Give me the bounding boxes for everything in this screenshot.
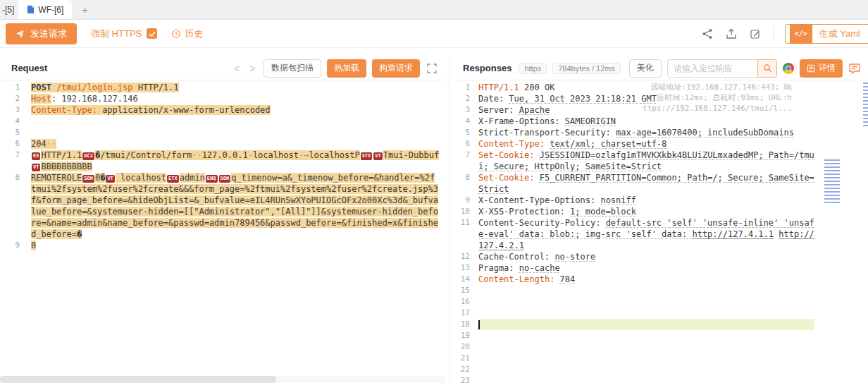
code-text <box>478 353 868 364</box>
code-text <box>478 375 868 383</box>
code-text <box>478 341 868 353</box>
code-segment <box>514 263 519 273</box>
scrollbar-thumb[interactable] <box>0 376 276 383</box>
code-line[interactable]: 17 <box>454 308 868 319</box>
code-line[interactable]: 16 <box>454 296 868 308</box>
search-input[interactable] <box>667 59 757 78</box>
code-line[interactable]: 2Host: 192.168.127.146 <box>0 93 445 104</box>
line-number: 8 <box>0 172 31 240</box>
code-line[interactable]: 20 <box>454 341 868 353</box>
code-text: Set-Cookie: JSESSIONID=ozlafg1mTMVKXkbk4… <box>478 150 868 172</box>
response-editor[interactable]: 远端地址:192.168.127.146:443; 响 应时间:12ms; 总耗… <box>454 80 868 383</box>
code-text: ESHTTP/1.1DC2�/tmui/Control/form··127.0.… <box>31 150 445 172</box>
detail-button[interactable]: 详情 <box>800 59 843 78</box>
force-https-toggle[interactable]: 强制 HTTPS <box>91 28 157 40</box>
code-segment: ·→ <box>299 150 309 160</box>
code-line[interactable]: 14Content-Length: 784 <box>454 274 868 285</box>
code-segment: SAMEORIGIN <box>565 116 616 126</box>
code-segment: HTTP/1.1 <box>478 83 519 92</box>
code-line[interactable]: 4X-Frame-Options: SAMEORIGIN <box>454 116 868 127</box>
code-segment: 784 <box>560 274 576 284</box>
request-header-controls: < > 数据包扫描 热加载 构造请求 <box>231 59 438 78</box>
code-line[interactable]: 1POST /tmui/login.jsp HTTP/1.1 <box>0 82 445 93</box>
code-segment: 192.168.127.146 <box>61 94 137 104</box>
code-line[interactable]: 6Content-Type: text/xml; charset=utf-8 <box>454 138 868 150</box>
history-button[interactable]: 历史 <box>171 28 203 40</box>
chrome-icon[interactable] <box>783 63 794 74</box>
code-line[interactable]: 10X-XSS-Protection: 1; mode=block <box>454 206 868 217</box>
code-line[interactable]: 21 <box>454 353 868 364</box>
export-icon[interactable] <box>725 28 738 40</box>
code-segment: max-age=16070400; includeSubDomains <box>616 128 794 138</box>
tab-active[interactable]: WF-[6] <box>18 0 72 19</box>
code-text: POST /tmui/login.jsp HTTP/1.1 <box>31 82 445 93</box>
search-icon[interactable] <box>757 59 777 78</box>
control-char-badge: VT <box>373 152 382 160</box>
code-line[interactable]: 3Server: Apache <box>454 104 868 116</box>
minimap-strip[interactable] <box>863 83 868 126</box>
chevron-right-icon[interactable]: > <box>247 63 258 73</box>
size-time-badge: 784bytes / 12ms <box>552 63 621 74</box>
code-line[interactable]: 1HTTP/1.1 200 OK <box>454 82 868 93</box>
fuzzer-toolbar: 发送请求 强制 HTTPS 历史 </> <box>0 20 868 48</box>
code-line[interactable]: 7ESHTTP/1.1DC2�/tmui/Control/form··127.0… <box>0 150 445 172</box>
line-number: 6 <box>0 138 31 150</box>
code-segment <box>534 150 539 160</box>
code-line[interactable]: 4 <box>0 116 445 127</box>
code-segment: Tmui-Dubbuf <box>383 150 439 160</box>
code-text <box>478 285 868 296</box>
code-line[interactable]: 90 <box>0 240 445 251</box>
code-line[interactable]: 3Content-Type: application/x-www-form-ur… <box>0 104 445 116</box>
code-segment: Date: <box>478 94 504 104</box>
tab-previous-partial[interactable]: -[5] <box>0 5 18 15</box>
code-segment <box>554 274 559 284</box>
code-segment: Content-Type: <box>31 105 97 115</box>
code-segment: Apache <box>519 105 550 115</box>
chat-icon[interactable] <box>848 62 861 75</box>
beautify-button[interactable]: 美化 <box>629 59 662 78</box>
code-line[interactable]: 23 <box>454 375 868 383</box>
code-line[interactable]: 18 <box>454 319 868 330</box>
panel-splitter[interactable] <box>445 48 454 383</box>
chevron-left-icon[interactable]: < <box>231 63 242 73</box>
request-panel-header: Request < > 数据包扫描 热加载 构造请求 <box>0 48 445 80</box>
edit-icon[interactable] <box>749 28 762 40</box>
history-label: 历史 <box>185 28 203 40</box>
line-number: 21 <box>454 353 478 364</box>
code-line[interactable]: 8REMOTEROLESOH0�VT localhostETXadminENQS… <box>0 172 445 240</box>
line-number: 4 <box>454 116 478 127</box>
code-segment: Content-Length: <box>478 274 554 284</box>
code-line[interactable]: 22 <box>454 364 868 375</box>
code-segment: : <box>51 94 61 104</box>
horizontal-scrollbar[interactable] <box>0 376 445 383</box>
code-line[interactable]: 11Content-Security-Policy: default-src '… <box>454 217 868 251</box>
request-editor[interactable]: 1POST /tmui/login.jsp HTTP/1.12Host: 192… <box>0 80 445 383</box>
code-line[interactable]: 5 <box>0 127 445 138</box>
code-text <box>31 116 445 127</box>
code-line[interactable]: 13Pragma: no-cache <box>454 262 868 274</box>
force-https-checkbox[interactable] <box>147 28 157 39</box>
build-request-button[interactable]: 构造请求 <box>372 59 420 78</box>
code-line[interactable]: 6204·· <box>0 138 445 150</box>
generate-yaml-button[interactable]: </> 生成 Yaml <box>785 24 868 44</box>
code-line[interactable]: 15 <box>454 285 868 296</box>
code-line[interactable]: 8Set-Cookie: F5_CURRENT_PARTITION=Common… <box>454 172 868 195</box>
packet-scan-button[interactable]: 数据包扫描 <box>264 59 321 78</box>
code-line[interactable]: 5Strict-Transport-Security: max-age=1607… <box>454 127 868 138</box>
code-text: Content-Security-Policy: default-src 'se… <box>478 217 868 251</box>
code-text: X-Frame-Options: SAMEORIGIN <box>478 116 868 127</box>
code-line[interactable]: 9X-Content-Type-Options: nosniff <box>454 195 868 206</box>
hot-reload-button[interactable]: 热加载 <box>327 59 366 78</box>
send-request-button[interactable]: 发送请求 <box>6 23 77 44</box>
detail-icon <box>807 64 815 73</box>
new-tab-button[interactable]: + <box>82 4 88 15</box>
code-line[interactable]: 7Set-Cookie: JSESSIONID=ozlafg1mTMVKXkbk… <box>454 150 868 172</box>
code-line[interactable]: 19 <box>454 330 868 341</box>
code-segment: POST <box>31 83 51 92</box>
fullscreen-icon[interactable] <box>426 62 438 75</box>
code-line[interactable]: 2Date: Tue, 31 Oct 2023 21:18:21 GMT <box>454 93 868 104</box>
code-segment: 127.0.0.1 <box>202 150 248 160</box>
code-text <box>478 308 868 319</box>
share-icon[interactable] <box>701 28 714 40</box>
code-line[interactable]: 12Cache-Control: no-store <box>454 251 868 262</box>
